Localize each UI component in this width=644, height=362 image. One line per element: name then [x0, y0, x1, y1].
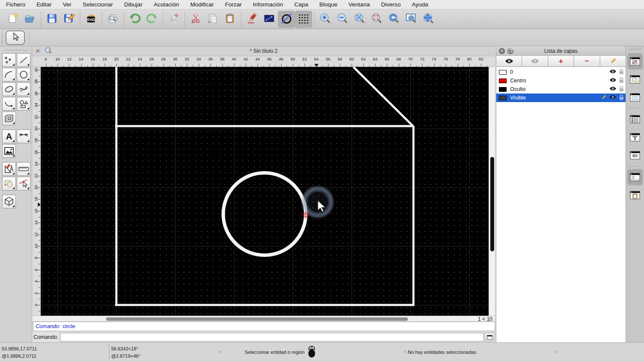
draw-pencil-button[interactable]	[243, 11, 261, 28]
layer-visibility-icon[interactable]	[609, 86, 617, 92]
panel-layers-button[interactable]	[627, 53, 643, 69]
add-layer-button[interactable]: +	[548, 56, 574, 66]
image-tool-button[interactable]	[2, 144, 16, 158]
vertical-scrollbar-thumb[interactable]	[490, 157, 494, 251]
drafting-tool-button[interactable]	[2, 162, 16, 176]
delete-entities-button[interactable]	[165, 11, 182, 28]
svg-export-button[interactable]: SVG	[82, 11, 100, 28]
layer-color-swatch[interactable]	[499, 70, 507, 75]
toolbar-drag-handle[interactable]	[2, 32, 3, 44]
layer-visibility-icon[interactable]	[609, 78, 617, 84]
dimension-tool-button[interactable]	[17, 130, 30, 143]
menu-item-acotación[interactable]: Acotación	[154, 1, 179, 8]
dock-drag-handle[interactable]	[629, 49, 641, 50]
remove-layer-button[interactable]: −	[574, 56, 600, 66]
vertical-scrollbar[interactable]	[489, 67, 495, 316]
menu-item-información[interactable]: Información	[253, 1, 283, 8]
layer-edit-icon[interactable]	[601, 94, 607, 102]
menu-item-bloque[interactable]: Bloque	[319, 1, 337, 8]
menu-item-editar[interactable]: Editar	[36, 1, 52, 8]
panel-clipboard-button[interactable]	[627, 187, 643, 203]
box3d-tool-button[interactable]	[2, 195, 16, 208]
panel-command-button[interactable]	[627, 169, 643, 185]
zoom-in-button[interactable]	[317, 11, 334, 28]
snap-select-tool-button[interactable]	[17, 177, 30, 190]
layer-lock-icon[interactable]	[619, 94, 624, 102]
layer-lock-icon[interactable]	[619, 77, 624, 84]
layer-color-swatch[interactable]	[499, 87, 507, 92]
copy-button[interactable]: +	[204, 11, 222, 28]
text-tool-button[interactable]: A	[2, 130, 16, 143]
panel-filter-button[interactable]	[627, 129, 643, 145]
points-tool-button[interactable]	[2, 53, 16, 67]
ruler-tick	[39, 252, 40, 253]
command-detach-button[interactable]	[485, 333, 494, 341]
layer-visibility-icon[interactable]	[609, 69, 617, 75]
modify-tool-button[interactable]	[2, 177, 16, 190]
print-preview-button[interactable]	[104, 11, 122, 28]
layer-row-oculto[interactable]: Oculto	[496, 85, 626, 94]
grid-toggle-button[interactable]	[295, 11, 312, 28]
ellipse-tool-button[interactable]	[2, 82, 16, 96]
edit-layer-button[interactable]	[600, 56, 626, 66]
layer-row-0[interactable]: 0	[496, 68, 626, 76]
menu-item-ver[interactable]: Ver	[63, 1, 71, 8]
zoom-previous-button[interactable]	[386, 11, 403, 28]
polyline-tool-button[interactable]	[2, 97, 16, 111]
palette-drag-handle[interactable]	[4, 50, 27, 51]
layer-lock-icon[interactable]	[619, 69, 624, 76]
layer-row-visible[interactable]: Visible	[496, 94, 626, 102]
ruler-tick	[387, 63, 387, 67]
ruler-label: 4	[33, 278, 38, 284]
menu-item-seleccionar[interactable]: Seleccionar	[83, 1, 113, 8]
layer-lock-icon[interactable]	[619, 86, 624, 93]
arc-tool-button[interactable]	[2, 68, 16, 81]
line-tool-button[interactable]	[17, 53, 30, 67]
paste-button[interactable]	[222, 11, 239, 28]
panel-pen-list-button[interactable]	[627, 111, 643, 127]
circle-tool-button[interactable]	[17, 68, 30, 81]
new-file-button[interactable]	[4, 11, 21, 28]
reference-distance-button[interactable]	[261, 11, 278, 28]
panel-library-button[interactable]	[627, 89, 643, 106]
menu-item-modificar[interactable]: Modificar	[190, 1, 214, 8]
zoom-out-button[interactable]	[334, 11, 351, 28]
show-all-layers-button[interactable]	[496, 56, 522, 66]
cut-button[interactable]: +	[187, 11, 204, 28]
panel-views-button[interactable]	[627, 147, 643, 163]
menu-item-capa[interactable]: Capa	[295, 1, 308, 8]
menu-item-diverso[interactable]: Diverso	[381, 1, 401, 8]
horizontal-scrollbar[interactable]: 1 < 10	[32, 316, 495, 322]
panel-blocks-button[interactable]	[627, 71, 643, 87]
undo-button[interactable]	[126, 11, 143, 28]
command-input[interactable]	[60, 333, 484, 341]
open-file-button[interactable]	[21, 11, 39, 28]
layer-visibility-icon[interactable]	[609, 95, 617, 101]
redo-button[interactable]	[143, 11, 161, 28]
drawing-circle[interactable]	[223, 173, 306, 255]
layer-row-centro[interactable]: Centro	[496, 76, 626, 85]
select-tool-button[interactable]	[6, 30, 25, 45]
menu-item-forzar[interactable]: Forzar	[225, 1, 242, 8]
shapes-tool-button[interactable]	[17, 97, 30, 111]
menu-item-dibujar[interactable]: Dibujar	[124, 1, 143, 8]
measure-tool-button[interactable]	[17, 162, 30, 176]
save-button[interactable]	[43, 11, 61, 28]
layer-color-swatch[interactable]	[499, 78, 507, 83]
hatch-tool-button[interactable]	[2, 112, 16, 125]
menu-item-ayuda[interactable]: Ayuda	[412, 1, 428, 8]
save-as-button[interactable]	[61, 11, 78, 28]
hide-all-layers-button[interactable]	[522, 56, 548, 66]
zoom-window-button[interactable]	[403, 11, 420, 28]
drawing-line[interactable]	[353, 67, 413, 127]
circle-line-toggle-button[interactable]	[278, 11, 295, 28]
spline-tool-button[interactable]	[17, 82, 30, 96]
layer-color-swatch[interactable]	[499, 96, 507, 100]
zoom-auto-button[interactable]	[351, 11, 368, 28]
menu-item-fichero[interactable]: Fichero	[6, 1, 25, 8]
zoom-select-button[interactable]	[368, 11, 386, 28]
menu-item-ventana[interactable]: Ventana	[349, 1, 370, 8]
drawing-canvas[interactable]	[41, 67, 489, 316]
horizontal-scrollbar-thumb[interactable]	[106, 317, 408, 321]
zoom-pan-button[interactable]	[420, 11, 437, 28]
